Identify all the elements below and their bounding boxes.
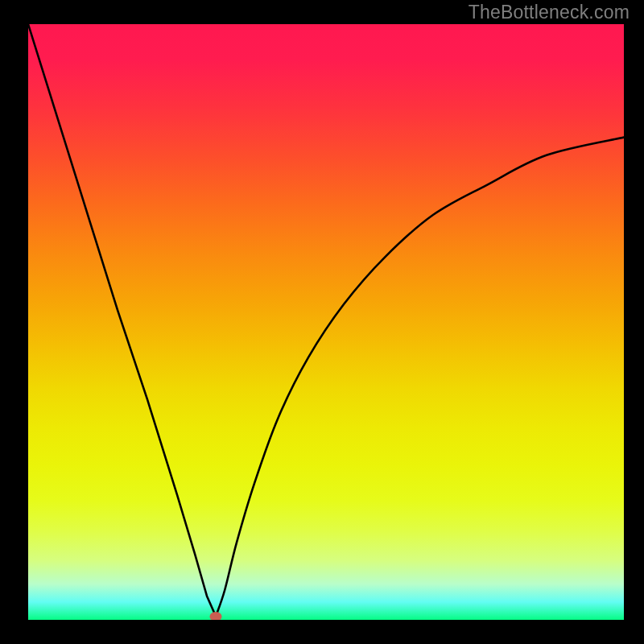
bottleneck-curve <box>28 24 624 620</box>
chart-container: TheBottleneck.com <box>0 0 644 644</box>
vertex-marker <box>210 612 222 620</box>
watermark-text: TheBottleneck.com <box>469 2 630 23</box>
plot-area <box>28 24 624 620</box>
curve-path <box>28 24 624 617</box>
